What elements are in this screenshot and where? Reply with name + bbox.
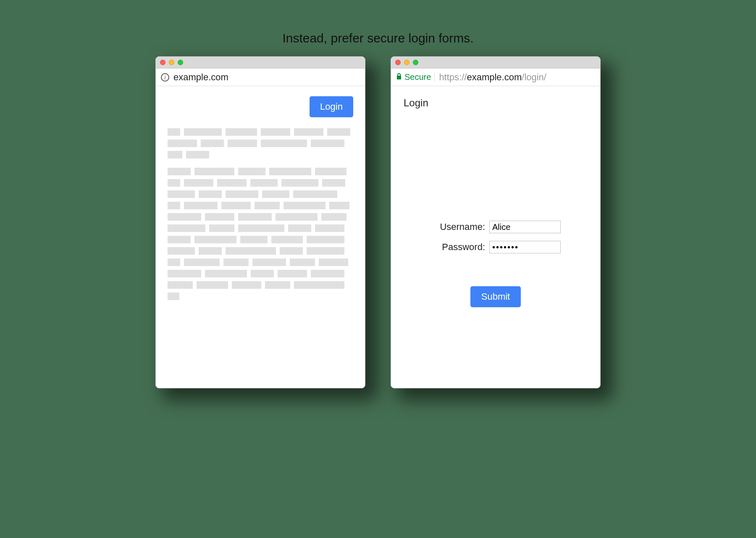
address-bar[interactable]: i example.com	[156, 69, 365, 86]
login-form: Username: Password: Submit	[391, 221, 600, 307]
page-content: Login Username: Password: Submit	[391, 86, 600, 388]
username-input[interactable]	[489, 221, 561, 233]
secure-label: Secure	[404, 72, 431, 82]
address-url: https://example.com/login/	[439, 72, 546, 83]
traffic-light-close-icon[interactable]	[160, 60, 165, 65]
address-url: example.com	[173, 72, 228, 83]
address-protocol: https://	[439, 72, 467, 82]
address-path: /login/	[522, 72, 546, 82]
traffic-light-close-icon[interactable]	[395, 60, 401, 65]
window-titlebar	[391, 57, 600, 69]
submit-button[interactable]: Submit	[470, 286, 521, 307]
placeholder-text-skeleton	[168, 128, 353, 300]
traffic-light-zoom-icon[interactable]	[413, 60, 418, 65]
traffic-light-minimize-icon[interactable]	[169, 60, 174, 65]
password-input[interactable]	[489, 241, 561, 253]
window-titlebar	[156, 57, 365, 69]
address-bar[interactable]: Secure https://example.com/login/	[391, 69, 600, 86]
address-host: example.com	[467, 72, 522, 82]
page-title: Login	[404, 97, 428, 109]
lock-icon	[396, 73, 402, 82]
password-label: Password:	[430, 242, 485, 253]
username-label: Username:	[430, 222, 485, 232]
browser-window-secure: Secure https://example.com/login/ Login …	[391, 56, 601, 388]
browser-window-insecure: i example.com Login	[155, 56, 365, 388]
traffic-light-minimize-icon[interactable]	[404, 60, 410, 65]
login-button[interactable]: Login	[310, 96, 353, 117]
traffic-light-zoom-icon[interactable]	[178, 60, 183, 65]
page-content: Login	[156, 86, 365, 388]
address-separator	[434, 72, 435, 82]
info-icon[interactable]: i	[161, 73, 169, 82]
diagram-caption: Instead, prefer secure login forms.	[105, 25, 651, 56]
